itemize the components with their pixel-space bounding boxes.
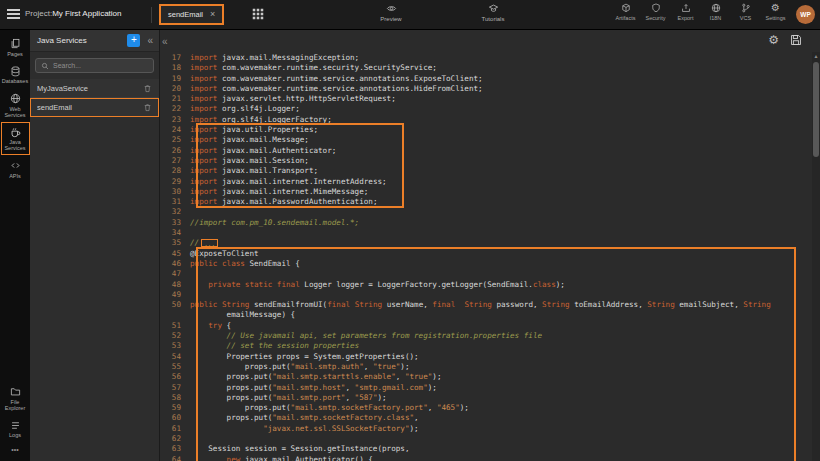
vcs-button[interactable]: VCS [733,3,758,21]
line-number: 18 [160,63,190,73]
list-item-myjavaservice[interactable]: MyJavaService [30,79,159,98]
code-line[interactable]: 47 [160,269,812,279]
code-line-text: // set the session properties [190,341,359,351]
code-line[interactable]: 49 [160,290,812,300]
sidebar-more-icon[interactable]: ••• [11,442,18,457]
search-icon [41,62,49,70]
trash-icon[interactable] [143,84,152,93]
code-line[interactable]: 17import javax.mail.MessagingException; [160,53,812,63]
hamburger-menu-icon[interactable] [7,9,20,22]
settings-button[interactable]: ⚙ Settings [763,3,788,21]
code-line-text: try { [190,321,231,331]
code-line[interactable]: 30import javax.mail.internet.MimeMessage… [160,187,812,197]
service-list: MyJavaService sendEmail [30,79,159,117]
line-number: 31 [160,197,190,207]
code-line[interactable]: 52 // Use javamail api, set parameters f… [160,331,812,341]
code-line[interactable]: 51 try { [160,321,812,331]
code-line[interactable]: 21import javax.servlet.http.HttpServletR… [160,94,812,104]
panel-title: Java Services [37,36,123,45]
code-line[interactable]: 46public class SendEmail { [160,259,812,269]
artifacts-button[interactable]: Artifacts [613,3,638,21]
code-line[interactable]: 53 // set the session properties [160,341,812,351]
code-line[interactable]: 48 private static final Logger logger = … [160,280,812,290]
code-area[interactable]: 17import javax.mail.MessagingException;1… [160,53,812,461]
code-line-text: import javax.mail.Transport; [190,166,318,176]
sidebar-item-label: APIs [9,173,21,179]
code-line[interactable]: 62 [160,434,812,444]
editor-collapse-icon[interactable]: « [162,36,168,47]
code-line[interactable]: 31import javax.mail.PasswordAuthenticati… [160,197,812,207]
add-service-button[interactable]: + [127,34,140,47]
search-input[interactable] [53,62,148,69]
code-line[interactable]: 32 [160,207,812,217]
sidebar-item-web-services[interactable]: Web Services [1,88,30,122]
code-line[interactable]: emailMessage) { [160,310,812,320]
code-line-text: public String sendEmailfromUI(final Stri… [190,300,771,310]
search-box[interactable] [35,58,154,73]
scroll-up-icon[interactable]: ▲ [812,52,820,60]
sidebar-item-apis[interactable]: APIs [1,155,30,183]
tab-sendemail[interactable]: sendEmail × [159,4,224,25]
code-line[interactable]: 25import javax.mail.Message; [160,135,812,145]
code-line[interactable]: 50public String sendEmailfromUI(final St… [160,300,812,310]
code-line[interactable]: 60 props.put("mail.smtp.socketFactory.cl… [160,413,812,423]
code-line[interactable]: 63 Session session = Session.getInstance… [160,444,812,454]
line-number: 17 [160,53,190,63]
code-line[interactable]: 26import javax.mail.Authenticator; [160,146,812,156]
panel-collapse-icon[interactable]: « [144,35,156,46]
avatar[interactable]: WP [796,5,815,24]
sidebar-item-pages[interactable]: Pages [1,33,30,61]
code-line[interactable]: 45@ExposeToClient [160,249,812,259]
code-line[interactable]: 22import org.slf4j.Logger; [160,104,812,114]
code-line[interactable]: 29import javax.mail.internet.InternetAdd… [160,177,812,187]
code-line[interactable]: 33//import com.pm_10.sendemail.model.*; [160,218,812,228]
code-line[interactable]: 59 props.put("mail.smtp.socketFactory.po… [160,403,812,413]
code-line[interactable]: 55 props.put("mail.smtp.auth", "true"); [160,362,812,372]
code-line[interactable]: 20import com.wavemaker.runtime.service.a… [160,84,812,94]
trash-icon[interactable] [143,103,152,112]
export-button[interactable]: Export [673,3,698,21]
scrollbar-thumb[interactable] [813,62,819,157]
code-line[interactable]: 23import org.slf4j.LoggerFactory; [160,115,812,125]
code-line[interactable]: 19import com.wavemaker.runtime.service.a… [160,74,812,84]
code-line[interactable]: 64 new javax.mail.Authenticator() { [160,455,812,461]
i18n-button[interactable]: I18N [703,3,728,21]
code-line[interactable]: 56 props.put("mail.smtp.starttls.enable"… [160,372,812,382]
left-icon-sidebar: Pages Databases Web Services Java Servic… [0,30,30,461]
sidebar-item-java-services[interactable]: Java Services [1,122,30,156]
security-button[interactable]: Security [643,3,668,21]
sidebar-item-logs[interactable]: Logs [1,415,30,443]
line-number: 29 [160,177,190,187]
code-line-text: import javax.mail.Session; [190,156,309,166]
sidebar-item-databases[interactable]: Databases [1,61,30,89]
code-line[interactable]: 24import java.util.Properties; [160,125,812,135]
code-line[interactable]: 61 "javax.net.ssl.SSLSocketFactory"); [160,424,812,434]
line-number: 57 [160,383,190,393]
grid-menu-icon[interactable] [252,8,264,20]
editor-scrollbar[interactable]: ▲ [812,52,820,461]
project-name: My First Application [52,9,121,18]
code-line-text: props.put("mail.smtp.starttls.enable", "… [190,372,442,382]
eye-icon [385,3,398,14]
code-line[interactable]: 34 [160,228,812,238]
code-lines: 17import javax.mail.MessagingException;1… [160,53,812,461]
sidebar-item-file-explorer[interactable]: File Explorer [1,381,30,415]
code-line[interactable]: 18import com.wavemaker.runtime.security.… [160,63,812,73]
code-line[interactable]: 35//... [160,238,812,248]
line-number: 48 [160,280,190,290]
tab-close-icon[interactable]: × [210,10,215,19]
line-number: 53 [160,341,190,351]
preview-button[interactable]: Preview [366,3,416,22]
code-line[interactable]: 27import javax.mail.Session; [160,156,812,166]
tutorials-label: Tutorials [482,16,505,22]
code-line[interactable]: 54 Properties props = System.getProperti… [160,352,812,362]
code-line[interactable]: 57 props.put("mail.smtp.host", "smtp.gma… [160,383,812,393]
line-number: 59 [160,403,190,413]
tutorials-button[interactable]: Tutorials [466,3,520,22]
code-line[interactable]: 58 props.put("mail.smtp.port", "587"); [160,393,812,403]
editor-settings-gear-icon[interactable]: ⚙ [768,34,779,46]
code-line[interactable]: 28import javax.mail.Transport; [160,166,812,176]
sidebar-item-label: Java Services [2,139,29,151]
save-icon[interactable] [790,34,802,46]
list-item-sendemail[interactable]: sendEmail [30,98,159,117]
